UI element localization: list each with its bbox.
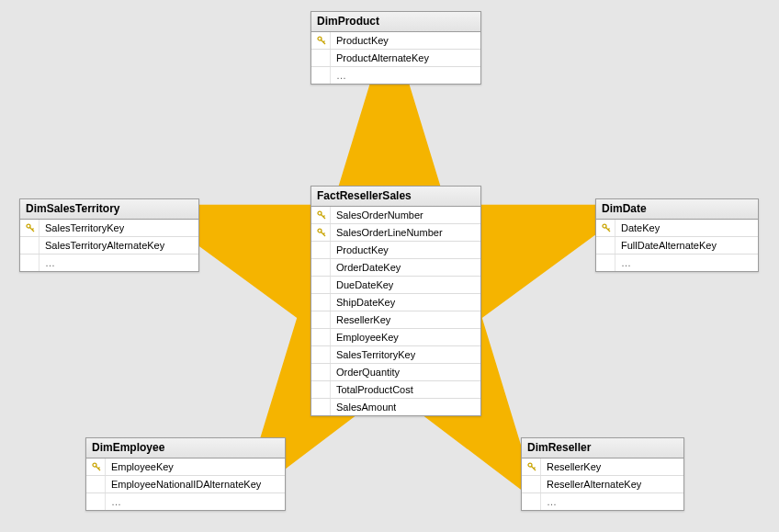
column-row[interactable]: EmployeeNationalIDAlternateKey bbox=[86, 476, 285, 493]
column-label: ResellerAlternateKey bbox=[541, 479, 641, 490]
column-label: ProductKey bbox=[331, 35, 389, 46]
svg-line-3 bbox=[323, 41, 325, 43]
column-label: SalesOrderLineNumber bbox=[331, 227, 443, 238]
column-row[interactable]: ProductKey bbox=[311, 32, 480, 50]
column-icon-empty bbox=[313, 364, 331, 380]
column-icon-empty bbox=[88, 476, 106, 492]
column-icon-empty bbox=[313, 294, 331, 311]
column-row[interactable]: ProductAlternateKey bbox=[311, 50, 480, 67]
column-label: ResellerKey bbox=[331, 314, 390, 325]
column-icon-empty bbox=[88, 493, 106, 510]
ellipsis-label: … bbox=[615, 257, 631, 268]
column-label: EmployeeKey bbox=[331, 332, 399, 343]
svg-line-6 bbox=[32, 229, 34, 231]
column-label: ProductKey bbox=[331, 244, 389, 255]
primary-key-icon bbox=[88, 458, 106, 475]
column-label: ProductAlternateKey bbox=[331, 52, 429, 63]
svg-line-18 bbox=[98, 468, 100, 470]
svg-line-15 bbox=[323, 233, 325, 235]
column-icon-empty bbox=[524, 493, 541, 510]
column-icon-empty bbox=[313, 259, 331, 276]
column-row[interactable]: SalesTerritoryAlternateKey bbox=[20, 237, 198, 255]
column-row[interactable]: ResellerKey bbox=[311, 311, 480, 329]
column-row[interactable]: SalesOrderNumber bbox=[311, 207, 480, 224]
column-icon-empty bbox=[313, 346, 331, 363]
ellipsis-label: … bbox=[541, 496, 557, 507]
column-label: ResellerKey bbox=[541, 461, 601, 472]
column-row[interactable]: SalesTerritoryKey bbox=[20, 220, 198, 237]
primary-key-icon bbox=[313, 207, 331, 223]
more-row[interactable]: … bbox=[522, 493, 683, 510]
table-title: DimReseller bbox=[522, 438, 683, 458]
table-title: DimDate bbox=[596, 199, 758, 220]
column-row[interactable]: ShipDateKey bbox=[311, 294, 480, 311]
column-label: EmployeeNationalIDAlternateKey bbox=[106, 479, 261, 490]
primary-key-icon bbox=[22, 220, 40, 236]
column-icon-empty bbox=[313, 50, 331, 66]
more-row[interactable]: … bbox=[311, 67, 480, 84]
column-label: FullDateAlternateKey bbox=[615, 240, 717, 251]
svg-line-21 bbox=[534, 468, 536, 470]
table-factresellersales[interactable]: FactResellerSales SalesOrderNumber Sales… bbox=[310, 186, 481, 416]
column-row[interactable]: EmployeeKey bbox=[311, 329, 480, 346]
column-row[interactable]: OrderDateKey bbox=[311, 259, 480, 277]
column-row[interactable]: SalesTerritoryKey bbox=[311, 346, 480, 364]
column-row[interactable]: DateKey bbox=[596, 220, 758, 237]
column-icon-empty bbox=[313, 329, 331, 345]
column-row[interactable]: EmployeeKey bbox=[86, 458, 285, 476]
column-row[interactable]: SalesOrderLineNumber bbox=[311, 224, 480, 242]
column-icon-empty bbox=[313, 399, 331, 415]
table-dimemployee[interactable]: DimEmployee EmployeeKey EmployeeNational… bbox=[85, 437, 286, 511]
column-icon-empty bbox=[313, 242, 331, 258]
table-dimdate[interactable]: DimDate DateKey FullDateAlternateKey … bbox=[595, 198, 759, 272]
ellipsis-label: … bbox=[40, 257, 55, 268]
table-dimreseller[interactable]: DimReseller ResellerKey ResellerAlternat… bbox=[521, 437, 684, 511]
column-row[interactable]: ProductKey bbox=[311, 242, 480, 259]
column-row[interactable]: ResellerKey bbox=[522, 458, 683, 476]
primary-key-icon bbox=[313, 224, 331, 241]
column-label: SalesTerritoryKey bbox=[40, 222, 124, 233]
column-icon-empty bbox=[598, 237, 615, 254]
column-label: DueDateKey bbox=[331, 279, 393, 290]
primary-key-icon bbox=[598, 220, 615, 236]
svg-line-12 bbox=[323, 216, 325, 218]
table-title: DimEmployee bbox=[86, 438, 285, 458]
column-label: SalesTerritoryAlternateKey bbox=[40, 240, 164, 251]
column-row[interactable]: TotalProductCost bbox=[311, 381, 480, 399]
column-row[interactable]: SalesAmount bbox=[311, 399, 480, 415]
primary-key-icon bbox=[524, 458, 541, 475]
column-label: SalesTerritoryKey bbox=[331, 349, 415, 360]
ellipsis-label: … bbox=[331, 70, 346, 81]
more-row[interactable]: … bbox=[86, 493, 285, 510]
column-row[interactable]: OrderQuantity bbox=[311, 364, 480, 381]
column-icon-empty bbox=[524, 476, 541, 492]
column-label: SalesOrderNumber bbox=[331, 209, 423, 221]
table-dimsalesterritory[interactable]: DimSalesTerritory SalesTerritoryKey Sale… bbox=[19, 198, 199, 272]
more-row[interactable]: … bbox=[596, 255, 758, 271]
column-icon-empty bbox=[313, 277, 331, 293]
column-label: SalesAmount bbox=[331, 402, 396, 413]
column-label: DateKey bbox=[615, 222, 660, 233]
table-dimproduct[interactable]: DimProduct ProductKey ProductAlternateKe… bbox=[310, 11, 481, 85]
column-label: EmployeeKey bbox=[106, 461, 174, 472]
column-icon-empty bbox=[313, 67, 331, 84]
primary-key-icon bbox=[313, 32, 331, 49]
column-icon-empty bbox=[598, 255, 615, 271]
column-icon-empty bbox=[22, 255, 40, 271]
column-label: OrderDateKey bbox=[331, 262, 401, 273]
table-title: DimSalesTerritory bbox=[20, 199, 198, 220]
column-row[interactable]: DueDateKey bbox=[311, 277, 480, 294]
more-row[interactable]: … bbox=[20, 255, 198, 271]
column-icon-empty bbox=[313, 311, 331, 328]
column-icon-empty bbox=[313, 381, 331, 398]
column-icon-empty bbox=[22, 237, 40, 254]
column-label: TotalProductCost bbox=[331, 384, 413, 395]
ellipsis-label: … bbox=[106, 496, 121, 507]
table-title: FactResellerSales bbox=[311, 187, 480, 207]
column-row[interactable]: FullDateAlternateKey bbox=[596, 237, 758, 255]
column-row[interactable]: ResellerAlternateKey bbox=[522, 476, 683, 493]
column-label: ShipDateKey bbox=[331, 297, 395, 308]
table-title: DimProduct bbox=[311, 12, 480, 32]
column-label: OrderQuantity bbox=[331, 367, 400, 378]
svg-line-9 bbox=[608, 229, 610, 231]
